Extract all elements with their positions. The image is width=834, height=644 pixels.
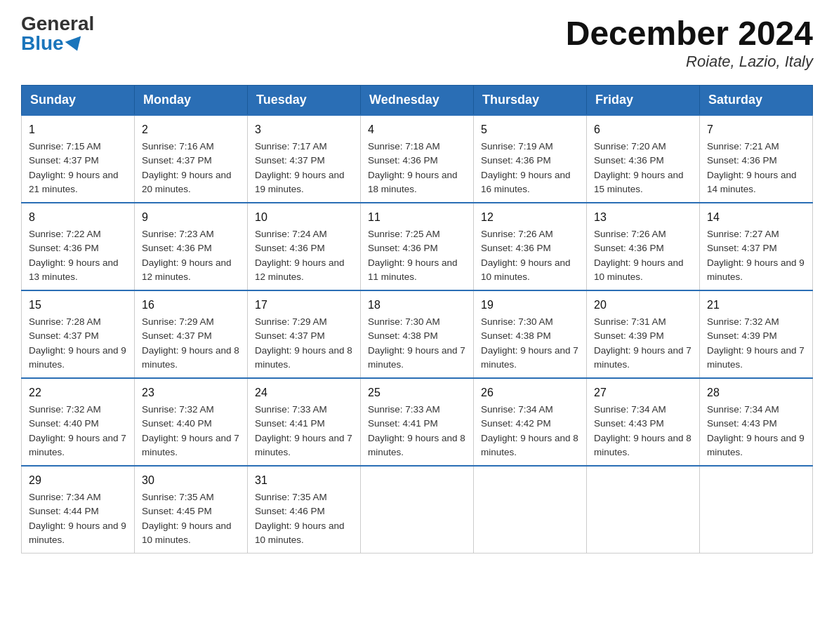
sunset-text: Sunset: 4:37 PM	[29, 330, 99, 341]
daylight-text: Daylight: 9 hours and 9 minutes.	[29, 345, 126, 370]
daylight-text: Daylight: 9 hours and 10 minutes.	[255, 521, 345, 545]
day-number: 17	[255, 297, 353, 314]
day-number: 12	[481, 209, 579, 226]
calendar-cell: 15Sunrise: 7:28 AMSunset: 4:37 PMDayligh…	[22, 290, 135, 378]
sunset-text: Sunset: 4:37 PM	[142, 330, 212, 341]
calendar-cell: 13Sunrise: 7:26 AMSunset: 4:36 PMDayligh…	[587, 203, 700, 290]
day-number: 4	[368, 121, 466, 138]
header-row: SundayMondayTuesdayWednesdayThursdayFrid…	[22, 86, 813, 116]
day-number: 16	[142, 297, 240, 314]
sunrise-text: Sunrise: 7:34 AM	[594, 404, 666, 415]
sunrise-text: Sunrise: 7:29 AM	[255, 316, 327, 327]
daylight-text: Daylight: 9 hours and 12 minutes.	[255, 257, 345, 282]
calendar-table: SundayMondayTuesdayWednesdayThursdayFrid…	[21, 85, 813, 554]
day-number: 14	[707, 209, 805, 226]
logo-triangle-icon	[65, 36, 85, 53]
calendar-body: 1Sunrise: 7:15 AMSunset: 4:37 PMDaylight…	[22, 115, 813, 554]
sunrise-text: Sunrise: 7:30 AM	[368, 316, 440, 327]
daylight-text: Daylight: 9 hours and 10 minutes.	[481, 257, 571, 282]
daylight-text: Daylight: 9 hours and 10 minutes.	[142, 521, 232, 545]
weekday-header-friday: Friday	[587, 86, 700, 116]
daylight-text: Daylight: 9 hours and 7 minutes.	[255, 433, 352, 457]
sunrise-text: Sunrise: 7:19 AM	[481, 141, 553, 152]
sunrise-text: Sunrise: 7:17 AM	[255, 141, 327, 152]
weekday-header-sunday: Sunday	[22, 86, 135, 116]
sunrise-text: Sunrise: 7:24 AM	[255, 229, 327, 239]
sunrise-text: Sunrise: 7:15 AM	[29, 141, 101, 152]
calendar-cell: 30Sunrise: 7:35 AMSunset: 4:45 PMDayligh…	[135, 466, 248, 554]
weekday-header-thursday: Thursday	[474, 86, 587, 116]
daylight-text: Daylight: 9 hours and 14 minutes.	[707, 170, 797, 194]
sunrise-text: Sunrise: 7:32 AM	[707, 316, 779, 327]
day-number: 9	[142, 209, 240, 226]
sunrise-text: Sunrise: 7:26 AM	[594, 229, 666, 239]
sunrise-text: Sunrise: 7:35 AM	[255, 492, 327, 502]
sunrise-text: Sunrise: 7:20 AM	[594, 141, 666, 152]
calendar-cell: 10Sunrise: 7:24 AMSunset: 4:36 PMDayligh…	[248, 203, 361, 290]
sunset-text: Sunset: 4:46 PM	[255, 506, 325, 516]
daylight-text: Daylight: 9 hours and 11 minutes.	[368, 257, 458, 282]
sunset-text: Sunset: 4:39 PM	[594, 330, 664, 341]
sunrise-text: Sunrise: 7:34 AM	[29, 492, 101, 502]
calendar-week-1: 1Sunrise: 7:15 AMSunset: 4:37 PMDaylight…	[22, 115, 813, 203]
sunrise-text: Sunrise: 7:28 AM	[29, 316, 101, 327]
sunset-text: Sunset: 4:38 PM	[368, 330, 438, 341]
daylight-text: Daylight: 9 hours and 7 minutes.	[368, 345, 465, 370]
sunset-text: Sunset: 4:43 PM	[707, 418, 777, 429]
sunset-text: Sunset: 4:37 PM	[255, 330, 325, 341]
daylight-text: Daylight: 9 hours and 19 minutes.	[255, 170, 345, 194]
sunrise-text: Sunrise: 7:34 AM	[481, 404, 553, 415]
weekday-header-wednesday: Wednesday	[361, 86, 474, 116]
calendar-cell: 3Sunrise: 7:17 AMSunset: 4:37 PMDaylight…	[248, 115, 361, 203]
calendar-cell: 8Sunrise: 7:22 AMSunset: 4:36 PMDaylight…	[22, 203, 135, 290]
calendar-cell: 4Sunrise: 7:18 AMSunset: 4:36 PMDaylight…	[361, 115, 474, 203]
logo-blue-text: Blue	[21, 34, 84, 53]
sunset-text: Sunset: 4:41 PM	[368, 418, 438, 429]
calendar-cell: 9Sunrise: 7:23 AMSunset: 4:36 PMDaylight…	[135, 203, 248, 290]
sunset-text: Sunset: 4:37 PM	[142, 155, 212, 166]
sunrise-text: Sunrise: 7:32 AM	[29, 404, 101, 415]
calendar-cell	[474, 466, 587, 554]
day-number: 26	[481, 384, 579, 401]
daylight-text: Daylight: 9 hours and 10 minutes.	[594, 257, 684, 282]
daylight-text: Daylight: 9 hours and 13 minutes.	[29, 257, 119, 282]
sunset-text: Sunset: 4:39 PM	[707, 330, 777, 341]
sunrise-text: Sunrise: 7:27 AM	[707, 229, 779, 239]
sunrise-text: Sunrise: 7:34 AM	[707, 404, 779, 415]
daylight-text: Daylight: 9 hours and 7 minutes.	[594, 345, 691, 370]
calendar-cell: 31Sunrise: 7:35 AMSunset: 4:46 PMDayligh…	[248, 466, 361, 554]
sunset-text: Sunset: 4:36 PM	[481, 155, 551, 166]
calendar-cell: 22Sunrise: 7:32 AMSunset: 4:40 PMDayligh…	[22, 378, 135, 466]
day-number: 28	[707, 384, 805, 401]
calendar-week-4: 22Sunrise: 7:32 AMSunset: 4:40 PMDayligh…	[22, 378, 813, 466]
calendar-cell: 18Sunrise: 7:30 AMSunset: 4:38 PMDayligh…	[361, 290, 474, 378]
sunset-text: Sunset: 4:36 PM	[255, 243, 325, 253]
day-number: 24	[255, 384, 353, 401]
sunset-text: Sunset: 4:37 PM	[707, 243, 777, 253]
sunset-text: Sunset: 4:37 PM	[29, 155, 99, 166]
day-number: 3	[255, 121, 353, 138]
day-number: 5	[481, 121, 579, 138]
calendar-cell	[361, 466, 474, 554]
sunrise-text: Sunrise: 7:23 AM	[142, 229, 214, 239]
sunrise-text: Sunrise: 7:30 AM	[481, 316, 553, 327]
day-number: 22	[29, 384, 127, 401]
calendar-cell: 7Sunrise: 7:21 AMSunset: 4:36 PMDaylight…	[700, 115, 813, 203]
sunset-text: Sunset: 4:36 PM	[368, 155, 438, 166]
calendar-header: SundayMondayTuesdayWednesdayThursdayFrid…	[22, 86, 813, 116]
title-section: December 2024 Roiate, Lazio, Italy	[566, 14, 813, 71]
daylight-text: Daylight: 9 hours and 8 minutes.	[142, 345, 239, 370]
sunset-text: Sunset: 4:36 PM	[368, 243, 438, 253]
day-number: 19	[481, 297, 579, 314]
sunset-text: Sunset: 4:36 PM	[481, 243, 551, 253]
sunrise-text: Sunrise: 7:22 AM	[29, 229, 101, 239]
day-number: 30	[142, 472, 240, 489]
calendar-cell: 5Sunrise: 7:19 AMSunset: 4:36 PMDaylight…	[474, 115, 587, 203]
daylight-text: Daylight: 9 hours and 7 minutes.	[481, 345, 578, 370]
daylight-text: Daylight: 9 hours and 18 minutes.	[368, 170, 458, 194]
calendar-cell: 23Sunrise: 7:32 AMSunset: 4:40 PMDayligh…	[135, 378, 248, 466]
logo-general-text: General	[21, 14, 94, 34]
calendar-cell: 6Sunrise: 7:20 AMSunset: 4:36 PMDaylight…	[587, 115, 700, 203]
day-number: 2	[142, 121, 240, 138]
page-header: General Blue December 2024 Roiate, Lazio…	[21, 14, 813, 71]
